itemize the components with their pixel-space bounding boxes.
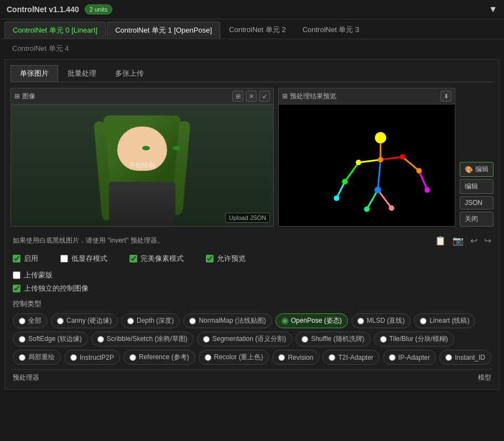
unit-tab-4[interactable]: ControlNet 单元 4 xyxy=(4,40,77,57)
image-area: ⊞ 图像 ⊞ ✕ ↙ xyxy=(11,88,493,227)
svg-point-21 xyxy=(389,206,394,211)
radio-tile-blur[interactable]: Tile/Blur (分块/模糊) xyxy=(374,332,454,347)
pose-skeleton-svg xyxy=(279,104,455,226)
svg-point-16 xyxy=(334,196,339,201)
svg-point-14 xyxy=(400,154,406,160)
svg-point-20 xyxy=(364,207,370,212)
json-button[interactable]: JSON xyxy=(460,196,493,209)
close-button[interactable]: 关闭 xyxy=(460,212,493,227)
radio-segmentation[interactable]: Segmentation (语义分割) xyxy=(197,332,292,347)
checkbox-allow-preview-input[interactable] xyxy=(206,255,214,262)
image-content: 开始绘制 Upload JSON xyxy=(11,104,273,226)
checkbox-upload-mask[interactable]: 上传蒙版 xyxy=(13,270,491,280)
radio-all[interactable]: 全部 xyxy=(13,313,48,328)
radio-revision[interactable]: Revision xyxy=(272,350,319,365)
image-label: 图像 xyxy=(22,92,35,101)
tab-single-image[interactable]: 单张图片 xyxy=(11,65,58,82)
checkbox-upload-control[interactable]: 上传独立的控制图像 xyxy=(13,284,491,293)
radio-scribble[interactable]: Scribble/Sketch (涂鸦/草图) xyxy=(91,332,194,347)
eye-right xyxy=(173,146,180,150)
radio-depth[interactable]: Depth (深度) xyxy=(121,313,180,328)
radio-inpaint[interactable]: 局部重绘 xyxy=(13,350,61,365)
preprocessor-label: 预处理器 xyxy=(13,373,39,382)
bottom-labels: 预处理器 模型 xyxy=(11,369,493,384)
radio-lineart[interactable]: Lineart (线稿) xyxy=(414,313,475,328)
radio-shuffle[interactable]: Shuffle (随机洗牌) xyxy=(295,332,370,347)
info-bar: 如果使用白底黑线图片，请使用 "invert" 预处理器。 📋 📷 ↩ ↪ xyxy=(11,232,493,249)
info-bar-icons: 📋 📷 ↩ ↪ xyxy=(435,235,491,246)
checkbox-allow-preview[interactable]: 允许预览 xyxy=(206,254,246,264)
radio-instructp2p[interactable]: InstructP2P xyxy=(64,350,120,365)
svg-point-18 xyxy=(424,187,430,193)
side-buttons: 🎨 编辑 编辑 JSON 关闭 xyxy=(460,88,493,227)
radio-canny[interactable]: Canny (硬边缘) xyxy=(51,313,118,328)
unit-tab-1[interactable]: ControlNet 单元 1 [OpenPose] xyxy=(107,22,220,39)
checkbox-enable[interactable]: 启用 xyxy=(13,254,38,264)
checkbox-low-memory[interactable]: 低显存模式 xyxy=(60,254,107,264)
units-badge[interactable]: 2 units xyxy=(85,4,112,14)
control-type-grid: 全部 Canny (硬边缘) Depth (深度) NormalMap (法线贴… xyxy=(11,311,493,367)
preview-label: 预处理结果预览 xyxy=(290,92,336,101)
image-upload-box[interactable]: ⊞ 图像 ⊞ ✕ ↙ xyxy=(11,88,274,227)
radio-t2i-adapter[interactable]: T2I-Adapter xyxy=(323,350,379,365)
single-checkboxes: 上传蒙版 上传独立的控制图像 xyxy=(11,268,493,296)
clipboard-icon[interactable]: 📋 xyxy=(435,235,446,246)
checkbox-enable-input[interactable] xyxy=(13,255,20,262)
radio-openpose[interactable]: OpenPose (姿态) xyxy=(276,313,348,328)
dropdown-icon[interactable]: ▼ xyxy=(489,4,497,14)
radio-recolor[interactable]: Recolor (重上色) xyxy=(199,350,269,365)
top-bar-left: ControlNet v1.1.440 2 units xyxy=(7,4,112,14)
unit-tabs-row1: ControlNet 单元 0 [Lineart] ControlNet 单元 … xyxy=(0,19,504,39)
pose-canvas xyxy=(279,104,455,226)
info-text: 如果使用白底黑线图片，请使用 "invert" 预处理器。 xyxy=(13,236,164,245)
checkboxes-row: 启用 低显存模式 完美像素模式 允许预览 xyxy=(11,249,493,268)
tab-multi-upload[interactable]: 多张上传 xyxy=(106,65,153,82)
radio-instant-id[interactable]: Instant_ID xyxy=(439,350,491,365)
svg-point-12 xyxy=(378,157,383,162)
control-type-label: 控制类型 xyxy=(11,296,493,311)
radio-softedge[interactable]: SoftEdge (软边缘) xyxy=(13,332,88,347)
redo-icon[interactable]: ↪ xyxy=(484,235,491,246)
upload-json-label[interactable]: Upload JSON xyxy=(225,213,270,223)
unit-tabs-row2: ControlNet 单元 4 xyxy=(0,39,504,57)
main-panel: 单张图片 批量处理 多张上传 ⊞ 图像 ⊞ ✕ ↙ xyxy=(4,59,500,390)
camera-icon[interactable]: 📷 xyxy=(453,235,464,246)
checkbox-perfect-pixel-input[interactable] xyxy=(129,255,137,262)
eye-left xyxy=(142,146,150,150)
app-title: ControlNet v1.1.440 xyxy=(7,5,79,14)
svg-point-15 xyxy=(342,179,347,185)
tab-batch[interactable]: 批量处理 xyxy=(58,65,106,82)
radio-mlsd[interactable]: MLSD (直线) xyxy=(351,313,411,328)
image-ctrl-resize[interactable]: ⊞ xyxy=(232,91,243,102)
preview-box-header: ⊞ 预处理结果预览 ⬇ xyxy=(279,88,455,104)
preview-download[interactable]: ⬇ xyxy=(440,91,451,102)
radio-normalmap[interactable]: NormalMap (法线贴图) xyxy=(183,313,272,328)
radio-reference[interactable]: Reference (参考) xyxy=(123,350,195,365)
image-ctrl-clear[interactable]: ✕ xyxy=(246,91,257,102)
checkbox-low-memory-input[interactable] xyxy=(60,255,68,262)
checkbox-perfect-pixel[interactable]: 完美像素模式 xyxy=(129,254,184,264)
outfit xyxy=(109,182,175,226)
checkbox-upload-mask-input[interactable] xyxy=(13,271,20,279)
character-body xyxy=(98,116,186,226)
image-ctrl-arrow[interactable]: ↙ xyxy=(259,91,270,102)
svg-point-13 xyxy=(356,160,361,165)
unit-tab-3[interactable]: ControlNet 单元 3 xyxy=(295,22,367,39)
edit-button-2[interactable]: 编辑 xyxy=(460,179,493,194)
svg-point-1 xyxy=(375,132,386,143)
image-box-title: ⊞ 图像 xyxy=(14,92,35,101)
svg-point-19 xyxy=(375,187,381,193)
undo-icon[interactable]: ↩ xyxy=(470,235,477,246)
edit-button-1[interactable]: 🎨 编辑 xyxy=(460,162,493,177)
top-bar: ControlNet v1.1.440 2 units ▼ xyxy=(0,0,504,19)
image-icon: ⊞ xyxy=(14,92,20,100)
unit-tab-2[interactable]: ControlNet 单元 2 xyxy=(221,22,294,39)
model-label: 模型 xyxy=(478,373,491,382)
checkbox-upload-control-input[interactable] xyxy=(13,285,20,292)
image-box-header: ⊞ 图像 ⊞ ✕ ↙ xyxy=(11,88,273,104)
radio-ip-adapter[interactable]: IP-Adapter xyxy=(383,350,436,365)
unit-tab-0[interactable]: ControlNet 单元 0 [Lineart] xyxy=(4,22,106,39)
face xyxy=(117,127,167,171)
anime-character-art xyxy=(11,104,273,226)
preview-icon: ⊞ xyxy=(282,92,288,100)
